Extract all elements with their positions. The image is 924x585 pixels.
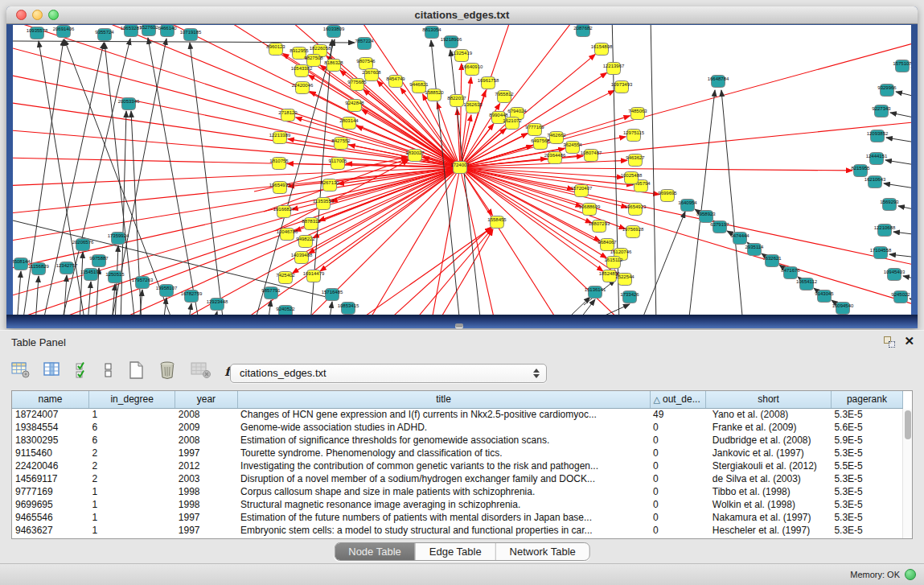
graph-node[interactable]: 10935578 (27, 27, 48, 39)
graph-node[interactable]: 9498222 (296, 236, 315, 248)
graph-node[interactable]: 7632621 (762, 255, 782, 267)
graph-node[interactable]: 2087682 (573, 25, 593, 37)
graph-node[interactable]: 9777169 (525, 124, 544, 136)
graph-node[interactable]: 9117005 (329, 158, 348, 170)
graph-node[interactable]: 17957263 (132, 277, 154, 289)
citation-edge[interactable] (721, 90, 743, 315)
graph-node[interactable]: 1621072 (503, 117, 522, 130)
citation-edge[interactable] (121, 111, 126, 315)
graph-node[interactable]: 9827508 (304, 55, 323, 67)
graph-node[interactable]: 8215955 (851, 165, 870, 177)
graph-node[interactable]: 10094540 (832, 303, 854, 315)
graph-node[interactable]: 6379197 (710, 221, 729, 233)
citation-edge[interactable] (460, 167, 592, 223)
graph-node[interactable]: 1810755 (269, 158, 289, 170)
graph-node[interactable]: 8958923 (696, 211, 716, 223)
column-header-out_de[interactable]: △out_de... (650, 391, 706, 408)
citation-edge[interactable] (898, 206, 911, 212)
table-row[interactable]: 1872400712008Changes of HCN gene express… (12, 408, 903, 421)
column-header-in_degree[interactable]: in_degree (89, 391, 175, 408)
column-header-title[interactable]: title (237, 391, 650, 408)
tab-node-table[interactable]: Node Table (335, 543, 416, 560)
graph-node[interactable]: 19756928 (622, 226, 644, 238)
table-scrollbar-thumb[interactable] (905, 410, 911, 439)
graph-node[interactable]: 16033809 (323, 26, 345, 38)
graph-node[interactable]: 1640954 (678, 200, 697, 212)
delete-column-icon[interactable] (158, 360, 177, 383)
citation-edge[interactable] (903, 276, 911, 281)
delete-table-icon[interactable] (191, 361, 211, 382)
citation-edge[interactable] (585, 304, 630, 315)
graph-node[interactable]: 8186328 (324, 60, 343, 72)
column-visibility-icon[interactable] (43, 361, 61, 382)
network-window-titlebar[interactable]: citations_edges.txt (6, 6, 918, 24)
citation-edge[interactable] (386, 227, 491, 315)
graph-node[interactable]: 8267130 (320, 179, 339, 192)
column-header-year[interactable]: year (175, 391, 237, 408)
graph-node[interactable]: 9807546 (356, 58, 376, 70)
zoom-window-button[interactable] (48, 10, 59, 20)
graph-node[interactable]: 9355724 (95, 29, 114, 41)
tab-network-table[interactable]: Network Table (496, 543, 589, 560)
citation-edge[interactable] (890, 113, 911, 120)
graph-node[interactable]: 12093852 (867, 130, 889, 142)
create-column-icon[interactable] (127, 360, 145, 383)
citation-edge[interactable] (460, 64, 462, 167)
table-selector-dropdown[interactable]: citations_edges.txt (230, 364, 547, 383)
citation-edge[interactable] (13, 25, 460, 167)
graph-node[interactable]: 6466140 (158, 25, 177, 37)
graph-node[interactable]: 9975887 (89, 255, 109, 267)
citation-edge[interactable] (13, 41, 355, 43)
table-row[interactable]: 1938455462009Genome-wide association stu… (12, 421, 903, 434)
citation-edge[interactable] (572, 297, 590, 315)
graph-node[interactable]: 10945403 (884, 269, 906, 281)
graph-node[interactable]: 1575107 (893, 60, 911, 72)
graph-node[interactable]: 9143045 (815, 290, 834, 303)
graph-node[interactable]: 2718120 (278, 109, 298, 122)
graph-node[interactable]: 1558455 (487, 216, 507, 229)
graph-node[interactable]: 6497568 (531, 138, 550, 150)
table-row[interactable]: 946362711997Embryonic stem cells: a mode… (12, 524, 903, 537)
graph-node[interactable]: 1527602 (139, 25, 158, 36)
float-panel-icon[interactable] (884, 336, 895, 348)
citation-edge[interactable] (35, 276, 39, 315)
citation-edge[interactable] (460, 25, 576, 167)
citation-edge[interactable] (329, 302, 332, 315)
graph-node[interactable]: 12444151 (866, 153, 888, 165)
graph-node[interactable]: 8471676 (781, 267, 800, 279)
graph-node[interactable]: 12213389 (269, 132, 291, 144)
graph-node[interactable]: 20691406 (53, 26, 75, 38)
citation-edge[interactable] (460, 41, 911, 167)
table-scrollbar[interactable] (902, 409, 912, 538)
graph-node[interactable]: 2935114 (745, 244, 765, 256)
table-row[interactable]: 946554611997Estimation of the future num… (12, 511, 903, 524)
citation-edge[interactable] (884, 183, 911, 190)
graph-node[interactable]: 11156829 (28, 263, 49, 275)
citation-edge[interactable] (885, 160, 911, 167)
graph-node[interactable]: 11325419 (451, 50, 473, 62)
graph-node[interactable]: 7857224 (355, 38, 374, 50)
graph-node[interactable]: 1569293 (880, 199, 899, 211)
citation-edge[interactable] (88, 282, 91, 315)
citation-edge[interactable] (190, 43, 224, 315)
row-tools-icon[interactable] (104, 361, 113, 382)
table-row[interactable]: 911546021997Tourette syndrome. Phenomeno… (12, 447, 903, 459)
graph-node[interactable]: 10719185 (180, 29, 202, 41)
graph-node[interactable]: 16648784 (708, 76, 729, 88)
graph-node[interactable]: 9240522 (276, 306, 295, 315)
table-row[interactable]: 977716911998Corpus callosum shape and si… (12, 485, 903, 498)
graph-node[interactable]: 17104558 (870, 247, 892, 259)
graph-node[interactable]: 16640910 (462, 64, 483, 76)
graph-node[interactable]: 8427552 (331, 138, 351, 150)
graph-node[interactable]: 16210643 (864, 176, 886, 188)
citation-edge[interactable] (893, 232, 911, 236)
table-row[interactable]: 1830029562008Estimation of significance … (12, 434, 903, 447)
table-settings-icon[interactable] (11, 361, 31, 382)
column-header-name[interactable]: name (12, 391, 89, 408)
graph-node[interactable]: 2803144 (339, 117, 359, 130)
graph-node[interactable]: 16154808 (591, 43, 613, 56)
graph-node[interactable]: 1362615 (463, 101, 483, 113)
citation-edge[interactable] (640, 212, 685, 315)
close-window-button[interactable] (16, 10, 27, 20)
graph-node[interactable]: 9227343 (872, 105, 891, 117)
